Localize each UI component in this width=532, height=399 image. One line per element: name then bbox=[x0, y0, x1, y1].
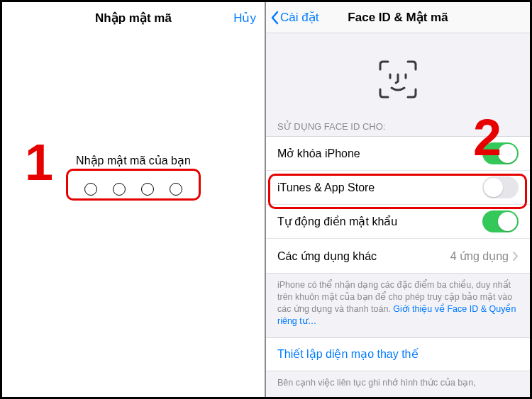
back-label: Cài đặt bbox=[280, 10, 318, 25]
row-label: iTunes & App Store bbox=[277, 181, 375, 194]
chevron-left-icon bbox=[270, 11, 279, 25]
row-detail: 4 ứng dụng bbox=[450, 249, 519, 263]
faceid-hero bbox=[266, 33, 530, 121]
passcode-dot bbox=[113, 183, 126, 196]
row-label: Tự động điền mật khẩu bbox=[277, 215, 397, 228]
passcode-entry-area: Nhập mật mã của bạn bbox=[2, 154, 265, 196]
passcode-title: Nhập mật mã bbox=[95, 11, 172, 26]
faceid-footer-text: iPhone có thể nhận dạng các đặc điểm ba … bbox=[266, 274, 530, 337]
section-header-use-faceid: SỬ DỤNG FACE ID CHO: bbox=[266, 121, 530, 136]
chevron-right-icon bbox=[513, 252, 519, 261]
row-unlock-iphone[interactable]: Mở khóa iPhone bbox=[266, 137, 530, 171]
row-password-autofill[interactable]: Tự động điền mật khẩu bbox=[266, 205, 530, 239]
alt-appearance-footer: Bên cạnh việc liên tục ghi nhớ hình thức… bbox=[266, 371, 530, 398]
passcode-dot bbox=[170, 183, 182, 196]
passcode-prompt: Nhập mật mã của bạn bbox=[2, 154, 265, 167]
other-apps-count: 4 ứng dụng bbox=[450, 249, 509, 263]
passcode-dots[interactable] bbox=[2, 183, 265, 196]
passcode-dot bbox=[141, 183, 154, 196]
passcode-dot bbox=[84, 183, 97, 196]
toggle-unlock-iphone[interactable] bbox=[482, 142, 519, 164]
toggle-password-autofill[interactable] bbox=[482, 210, 519, 232]
setup-alt-appearance-button[interactable]: Thiết lập diện mạo thay thế bbox=[266, 337, 530, 371]
navbar-faceid: Cài đặt Face ID & Mật mã bbox=[266, 2, 530, 33]
back-button[interactable]: Cài đặt bbox=[270, 10, 318, 25]
row-label: Các ứng dụng khác bbox=[277, 249, 377, 263]
faceid-title: Face ID & Mật mã bbox=[348, 10, 448, 25]
row-other-apps[interactable]: Các ứng dụng khác 4 ứng dụng bbox=[266, 239, 530, 273]
navbar-passcode: Nhập mật mã Hủy bbox=[2, 2, 265, 33]
faceid-icon bbox=[377, 59, 419, 100]
faceid-settings-screen: Cài đặt Face ID & Mật mã SỬ DỤNG FACE ID… bbox=[266, 2, 530, 397]
toggle-itunes-appstore[interactable] bbox=[482, 176, 519, 198]
cancel-button[interactable]: Hủy bbox=[233, 11, 256, 26]
passcode-screen: Nhập mật mã Hủy Nhập mật mã của bạn 1 bbox=[2, 2, 266, 397]
row-label: Mở khóa iPhone bbox=[277, 147, 360, 160]
faceid-options-list: Mở khóa iPhone iTunes & App Store Tự độn… bbox=[266, 136, 530, 274]
row-itunes-appstore[interactable]: iTunes & App Store bbox=[266, 171, 530, 205]
